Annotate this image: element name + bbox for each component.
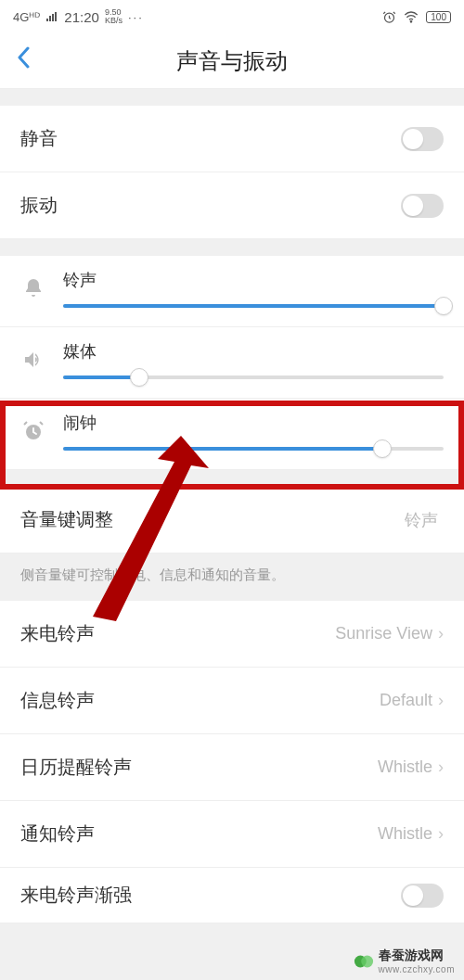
watermark: 春蚕游戏网 www.czchxy.com: [354, 948, 455, 974]
status-time: 21:20: [64, 9, 99, 25]
notification-ringtone-value: Whistle: [378, 824, 432, 844]
network-speed: 9.50KB/s: [105, 8, 122, 25]
status-more-icon: ···: [128, 10, 144, 24]
vibrate-label: 振动: [20, 193, 58, 218]
volume-key-row[interactable]: 音量键调整 铃声: [0, 487, 464, 554]
volume-key-label: 音量键调整: [20, 507, 113, 532]
incoming-ringtone-row[interactable]: 来电铃声 Sunrise View ›: [0, 601, 464, 668]
mute-label: 静音: [20, 126, 58, 151]
network-indicator: 4Gᴴᴰ: [13, 10, 40, 24]
page-title: 声音与振动: [0, 46, 464, 76]
chevron-right-icon: ›: [438, 691, 444, 710]
incoming-ringtone-value: Sunrise View: [335, 624, 432, 643]
speaker-icon: [20, 347, 46, 373]
volume-key-value: 铃声: [405, 509, 438, 531]
status-bar: 4Gᴴᴰ 21:20 9.50KB/s ··· 100: [0, 0, 464, 33]
alarm-slider-row: 闹钟: [0, 399, 464, 470]
watermark-name: 春蚕游戏网: [379, 948, 444, 962]
alarm-slider[interactable]: [63, 447, 444, 451]
bell-icon: [20, 275, 46, 301]
alarm-icon: [382, 10, 396, 24]
ringtone-slider[interactable]: [63, 304, 444, 308]
chevron-right-icon: ›: [438, 824, 444, 844]
calendar-ringtone-value: Whistle: [378, 757, 432, 777]
calendar-ringtone-row[interactable]: 日历提醒铃声 Whistle ›: [0, 734, 464, 801]
ringtone-slider-row: 铃声: [0, 256, 464, 327]
wifi-icon: [404, 10, 419, 23]
message-ringtone-label: 信息铃声: [20, 688, 95, 713]
incoming-ringtone-label: 来电铃声: [20, 621, 95, 646]
notification-ringtone-row[interactable]: 通知铃声 Whistle ›: [0, 801, 464, 868]
nav-bar: 声音与振动: [0, 33, 464, 89]
crescendo-toggle[interactable]: [401, 884, 444, 908]
calendar-ringtone-label: 日历提醒铃声: [20, 755, 132, 780]
mute-row[interactable]: 静音: [0, 106, 464, 172]
message-ringtone-value: Default: [380, 691, 432, 710]
chevron-right-icon: ›: [438, 757, 444, 777]
chevron-right-icon: ›: [438, 624, 444, 643]
alarm-slider-label: 闹钟: [63, 412, 444, 434]
crescendo-label: 来电铃声渐强: [20, 883, 132, 908]
vibrate-toggle[interactable]: [401, 194, 444, 218]
watermark-url: www.czchxy.com: [379, 964, 455, 974]
media-slider[interactable]: [63, 375, 444, 379]
svg-point-5: [361, 955, 373, 967]
clock-icon: [20, 418, 46, 444]
svg-point-1: [411, 21, 412, 22]
chevron-left-icon: [17, 46, 30, 69]
vibrate-row[interactable]: 振动: [0, 172, 464, 239]
volume-key-desc: 侧音量键可控制来电、信息和通知的音量。: [0, 554, 464, 601]
watermark-logo-icon: [354, 951, 374, 972]
signal-icon: [45, 11, 58, 22]
back-button[interactable]: [17, 46, 30, 75]
battery-indicator: 100: [426, 11, 451, 23]
message-ringtone-row[interactable]: 信息铃声 Default ›: [0, 668, 464, 734]
media-slider-label: 媒体: [63, 340, 444, 363]
crescendo-row[interactable]: 来电铃声渐强: [0, 868, 464, 923]
notification-ringtone-label: 通知铃声: [20, 821, 95, 846]
media-slider-row: 媒体: [0, 327, 464, 399]
ringtone-slider-label: 铃声: [63, 269, 444, 291]
mute-toggle[interactable]: [401, 127, 444, 151]
